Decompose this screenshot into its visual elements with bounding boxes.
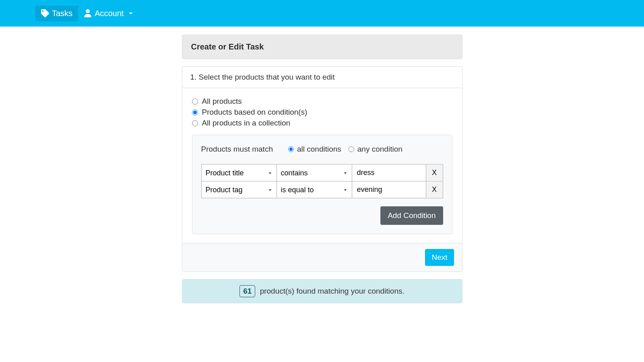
nav-tasks[interactable]: Tasks xyxy=(35,6,78,21)
condition-operator-select[interactable]: is equal to xyxy=(277,182,352,198)
result-text: product(s) found matching your condition… xyxy=(260,287,405,295)
radio-conditions-label: Products based on condition(s) xyxy=(202,108,308,117)
radio-collection-label: All products in a collection xyxy=(202,119,291,128)
condition-row: Product title contains X xyxy=(201,165,443,181)
condition-value-input[interactable] xyxy=(352,165,426,181)
match-label: Products must match xyxy=(201,145,273,154)
page-header: Create or Edit Task xyxy=(182,35,462,59)
match-any[interactable]: any condition xyxy=(349,145,402,154)
conditions-box: Products must match all conditions any c… xyxy=(192,135,452,234)
step-body: All products Products based on condition… xyxy=(182,88,462,243)
remove-condition-button[interactable]: X xyxy=(426,165,443,181)
radio-all-products[interactable]: All products xyxy=(192,97,452,106)
match-all-label: all conditions xyxy=(297,145,341,154)
match-all-input[interactable] xyxy=(288,146,294,152)
step-title: 1. Select the products that you want to … xyxy=(182,67,462,88)
match-row: Products must match all conditions any c… xyxy=(201,145,443,154)
tag-icon xyxy=(41,9,49,17)
result-count: 61 xyxy=(239,285,255,297)
add-condition-row: Add Condition xyxy=(201,206,443,225)
radio-all-products-input[interactable] xyxy=(192,99,198,105)
condition-field-select[interactable]: Product title xyxy=(202,165,277,181)
match-all[interactable]: all conditions xyxy=(288,145,341,154)
navbar: Tasks Account xyxy=(0,0,644,27)
conditions-table: Product title contains X Product tag is … xyxy=(201,164,443,198)
user-icon xyxy=(84,9,92,17)
match-any-label: any condition xyxy=(357,145,402,154)
add-condition-button[interactable]: Add Condition xyxy=(380,206,443,225)
step-panel: 1. Select the products that you want to … xyxy=(182,66,462,272)
selection-radio-group: All products Products based on condition… xyxy=(192,97,452,128)
nav-account-label: Account xyxy=(95,9,124,18)
match-options: all conditions any condition xyxy=(288,145,402,154)
next-button[interactable]: Next xyxy=(425,249,454,266)
condition-operator-select[interactable]: contains xyxy=(277,165,352,181)
result-alert: 61 product(s) found matching your condit… xyxy=(182,279,462,303)
radio-conditions[interactable]: Products based on condition(s) xyxy=(192,108,452,117)
condition-field-select[interactable]: Product tag xyxy=(202,182,277,198)
nav-account[interactable]: Account xyxy=(78,6,138,21)
radio-all-products-label: All products xyxy=(202,97,242,106)
nav-tasks-label: Tasks xyxy=(52,9,72,18)
condition-value-input[interactable] xyxy=(352,181,426,198)
condition-row: Product tag is equal to X xyxy=(201,181,443,198)
page-title: Create or Edit Task xyxy=(191,42,453,51)
step-footer: Next xyxy=(182,243,462,272)
radio-collection-input[interactable] xyxy=(192,120,198,126)
chevron-down-icon xyxy=(129,12,133,14)
radio-collection[interactable]: All products in a collection xyxy=(192,119,452,128)
main-container: Create or Edit Task 1. Select the produc… xyxy=(182,27,462,303)
match-any-input[interactable] xyxy=(349,146,354,152)
radio-conditions-input[interactable] xyxy=(192,109,198,115)
remove-condition-button[interactable]: X xyxy=(426,182,443,197)
